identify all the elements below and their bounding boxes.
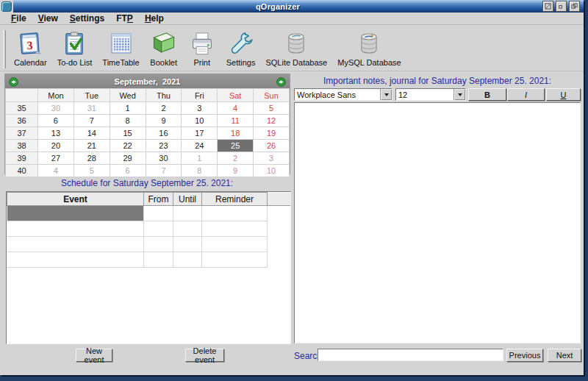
prev-month-button[interactable] — [9, 76, 18, 86]
font-family-select[interactable]: Workplace Sans — [294, 88, 392, 101]
journal-text-area[interactable] — [294, 102, 581, 343]
menu-ftp[interactable]: FTP — [111, 13, 138, 24]
menu-settings[interactable]: Settings — [65, 13, 110, 24]
schedule-cell[interactable] — [7, 221, 144, 237]
chevron-down-icon[interactable] — [380, 89, 392, 100]
schedule-cell[interactable] — [144, 252, 173, 268]
calendar-day[interactable]: 2 — [218, 152, 254, 165]
schedule-cell[interactable] — [202, 237, 268, 252]
schedule-cell[interactable] — [202, 206, 268, 221]
calendar-month-title: September, 2021 — [115, 77, 181, 86]
toolbar-button-timetable[interactable]: TimeTable — [97, 29, 144, 68]
maximize-button[interactable] — [569, 1, 580, 12]
calendar-day[interactable]: 31 — [74, 102, 110, 115]
calendar-day[interactable]: 12 — [254, 115, 290, 127]
menu-file[interactable]: File — [6, 13, 32, 24]
toolbar-button-settings[interactable]: Settings — [221, 29, 261, 68]
calendar-day[interactable]: 23 — [146, 140, 182, 152]
schedule-cell[interactable] — [144, 237, 173, 252]
underline-button[interactable]: U — [546, 88, 581, 101]
column-header-until[interactable]: Until — [173, 193, 202, 206]
week-number: 36 — [6, 115, 38, 127]
calendar-day[interactable]: 9 — [146, 115, 182, 127]
calendar-day[interactable]: 17 — [182, 127, 218, 140]
calendar-day[interactable]: 30 — [146, 152, 182, 165]
calendar-day[interactable]: 2 — [146, 102, 182, 115]
next-button[interactable]: Next — [548, 349, 581, 362]
schedule-cell[interactable] — [173, 221, 202, 237]
calendar-day[interactable]: 6 — [38, 115, 74, 127]
new-event-button[interactable]: New event — [76, 349, 112, 362]
window-menu-button[interactable] — [0, 0, 13, 13]
column-header-event[interactable]: Event — [7, 193, 144, 206]
titlebar[interactable]: qOrganizer — [0, 0, 584, 13]
schedule-cell-selected[interactable] — [7, 206, 144, 221]
calendar-day[interactable]: 14 — [74, 127, 110, 140]
calendar-day[interactable]: 13 — [38, 127, 74, 140]
italic-button[interactable]: I — [507, 88, 545, 101]
toolbar-button-calendar[interactable]: 3Calendar — [9, 29, 52, 68]
schedule-row-filler — [268, 206, 291, 221]
calendar-day[interactable]: 7 — [74, 115, 110, 127]
schedule-cell[interactable] — [202, 221, 268, 237]
schedule-cell[interactable] — [144, 206, 173, 221]
column-header-reminder[interactable]: Reminder — [202, 193, 268, 206]
calendar-day[interactable]: 4 — [218, 102, 254, 115]
delete-event-button[interactable]: Delete event — [185, 349, 224, 362]
calendar-day[interactable]: 19 — [254, 127, 290, 140]
schedule-cell[interactable] — [144, 221, 173, 237]
menu-view[interactable]: View — [33, 13, 63, 24]
calendar-day[interactable]: 27 — [38, 152, 74, 165]
toolbar-button-mysql-database[interactable]: MySQL Database — [332, 29, 406, 68]
calendar-day[interactable]: 5 — [254, 102, 290, 115]
calendar-day[interactable]: 11 — [218, 115, 254, 127]
calendar-day[interactable]: 5 — [74, 165, 110, 177]
schedule-cell[interactable] — [202, 252, 268, 268]
calendar-day-selected[interactable]: 25 — [218, 140, 254, 152]
schedule-cell[interactable] — [173, 237, 202, 252]
calendar-day[interactable]: 4 — [38, 165, 74, 177]
calendar-day[interactable]: 29 — [110, 152, 146, 165]
schedule-cell[interactable] — [7, 252, 144, 268]
calendar-day[interactable]: 20 — [38, 140, 74, 152]
calendar-day[interactable]: 10 — [182, 115, 218, 127]
calendar-day[interactable]: 24 — [182, 140, 218, 152]
toolbar-handle[interactable] — [3, 30, 6, 68]
calendar-day[interactable]: 3 — [182, 102, 218, 115]
toolbar-button-booklet[interactable]: Booklet — [145, 29, 183, 68]
calendar-week-row: 3820212223242526 — [6, 140, 290, 152]
toolbar-button-sqlite-database[interactable]: SQLite Database — [260, 29, 332, 68]
minimize-button[interactable] — [556, 1, 567, 12]
calendar-day[interactable]: 6 — [110, 165, 146, 177]
calendar-day[interactable]: 1 — [182, 152, 218, 165]
calendar-day[interactable]: 9 — [218, 165, 254, 177]
calendar-day[interactable]: 8 — [110, 115, 146, 127]
chevron-down-icon[interactable] — [453, 89, 465, 100]
calendar-day[interactable]: 1 — [110, 102, 146, 115]
search-input[interactable] — [318, 349, 503, 361]
schedule-cell[interactable] — [7, 237, 144, 252]
bold-button[interactable]: B — [468, 88, 506, 101]
shade-button[interactable] — [542, 1, 553, 12]
toolbar-button-to-do-list[interactable]: To-do List — [52, 29, 98, 68]
calendar-day[interactable]: 15 — [110, 127, 146, 140]
calendar-day[interactable]: 8 — [182, 165, 218, 177]
menu-help[interactable]: Help — [140, 13, 169, 24]
calendar-day[interactable]: 16 — [146, 127, 182, 140]
column-header-from[interactable]: From — [144, 193, 173, 206]
schedule-cell[interactable] — [173, 252, 202, 268]
font-size-select[interactable]: 12 — [395, 88, 466, 101]
calendar-day[interactable]: 7 — [146, 165, 182, 177]
calendar-day[interactable]: 3 — [254, 152, 290, 165]
calendar-day[interactable]: 28 — [74, 152, 110, 165]
calendar-day[interactable]: 26 — [254, 140, 290, 152]
previous-button[interactable]: Previous — [506, 349, 543, 362]
calendar-day[interactable]: 18 — [218, 127, 254, 140]
calendar-day[interactable]: 22 — [110, 140, 146, 152]
next-month-button[interactable] — [276, 76, 286, 86]
calendar-day[interactable]: 10 — [254, 165, 290, 177]
toolbar-button-print[interactable]: Print — [183, 29, 221, 68]
schedule-cell[interactable] — [173, 206, 202, 221]
calendar-day[interactable]: 30 — [38, 102, 74, 115]
calendar-day[interactable]: 21 — [74, 140, 110, 152]
